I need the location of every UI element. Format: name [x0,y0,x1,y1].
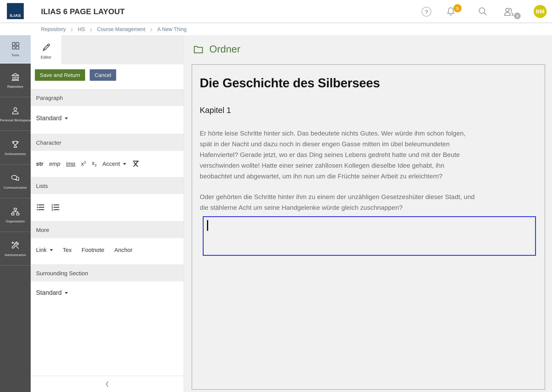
org-chart-icon [10,207,20,217]
breadcrumb-item-course-management[interactable]: Course Management [97,26,145,32]
link-label: Link [36,246,47,253]
tools-grid-icon [11,41,20,50]
chevron-down-icon [65,118,68,119]
body-columns: Tools Repository Personal Workspace [0,35,552,392]
sidebar-item-tools[interactable]: Tools [0,35,31,63]
breadcrumb-separator: › [150,25,152,33]
section-title-lists: Lists [31,177,184,194]
numbered-list-icon: 1 2 3 [51,203,60,212]
users-icon [502,5,515,18]
accent-dropdown[interactable]: Accent [102,160,126,167]
lists-toolbar: 1 2 3 [31,194,184,221]
save-and-return-button[interactable]: Save and Return [35,69,85,81]
main-sidebar: Tools Repository Personal Workspace [0,35,31,392]
breadcrumb-item-hs[interactable]: HS [78,26,85,32]
collapse-panel-button[interactable] [31,376,184,392]
important-button[interactable]: imp [66,160,75,167]
search-button[interactable] [477,6,488,17]
repository-icon [10,72,20,82]
svg-text:3: 3 [51,208,53,211]
link-dropdown[interactable]: Link [36,246,53,253]
breadcrumb: Repository › HS › Course Management › A … [0,23,552,35]
section-title-paragraph: Paragraph [31,89,184,106]
subscript-button[interactable]: x2 [92,160,97,167]
clear-format-icon [132,160,140,168]
strong-button[interactable]: str [36,160,43,167]
speech-bubbles-icon [10,173,20,183]
sidebar-item-achievements[interactable]: Achievements [0,131,31,165]
sidebar-item-label: Repository [7,84,23,88]
ilias-logo-text: ILIAS [10,13,21,18]
surrounding-style-dropdown[interactable]: Standard [36,289,68,296]
members-button[interactable]: 3 [502,5,515,18]
tab-editor-label: Editor [41,55,51,59]
ilias-logo[interactable]: ILIAS [7,3,24,19]
folder-icon [193,44,203,54]
breadcrumb-item-a-new-thing[interactable]: A New Thing [157,26,187,32]
tab-editor[interactable]: Editor [31,35,61,64]
ilias-app: ILIAS ILIAS 6 PAGE LAYOUT ? 5 [0,0,552,392]
avatar[interactable]: BM [534,5,547,18]
document-chapter-heading[interactable]: Kapitel 1 [200,105,537,115]
main-content: Ordner Die Geschichte des Silbersees Kap… [184,35,552,392]
sidebar-item-communication[interactable]: Communication [0,165,31,198]
active-paragraph-input[interactable] [203,216,536,256]
superscript-button[interactable]: x2 [81,160,86,167]
sidebar-item-repository[interactable]: Repository [0,63,31,97]
section-title-surrounding-section: Surrounding Section [31,265,184,281]
notification-badge: 5 [453,4,462,12]
surrounding-style-value: Standard [36,289,62,296]
editor-panel: Editor Save and Return Cancel Paragraph … [31,35,184,392]
sidebar-item-label: Tools [11,53,19,57]
app-title: ILIAS 6 PAGE LAYOUT [41,0,125,23]
chevron-down-icon [50,249,53,251]
help-button[interactable]: ? [422,7,431,16]
clear-formatting-button[interactable] [132,160,140,168]
footnote-button[interactable]: Footnote [82,246,104,253]
panel-tabstrip: Editor [31,35,184,64]
breadcrumb-item-repository[interactable]: Repository [41,26,66,32]
chevron-down-icon [65,292,68,294]
crossed-tools-icon [10,240,20,250]
sidebar-item-label: Administration [5,253,26,257]
sidebar-item-label: Achievements [5,152,26,156]
section-title-character: Character [31,134,184,151]
question-mark-icon: ? [425,9,428,15]
chevron-left-icon [103,379,111,389]
document-paragraph[interactable]: Er hörte leise Schritte hinter sich. Das… [200,128,537,182]
sidebar-item-organisation[interactable]: Organisation [0,198,31,232]
section-title-more: More [31,221,184,238]
more-toolbar: Link Tex Footnote Anchor [31,238,184,265]
paragraph-style-value: Standard [36,114,62,122]
chevron-down-icon [123,163,126,165]
anchor-button[interactable]: Anchor [114,246,132,253]
numbered-list-button[interactable]: 1 2 3 [51,203,60,212]
editor-actions: Save and Return Cancel [31,64,184,89]
sidebar-item-label: Organisation [6,219,25,223]
top-header: ILIAS ILIAS 6 PAGE LAYOUT ? 5 [0,0,552,23]
sidebar-item-label: Personal Workspace [0,118,31,122]
surrounding-style-block: Standard [31,281,184,376]
accent-label: Accent [102,160,120,167]
page-editor-canvas[interactable]: Die Geschichte des Silbersees Kapitel 1 … [192,64,545,390]
breadcrumb-separator: › [71,25,73,33]
sidebar-item-administration[interactable]: Administration [0,232,31,266]
object-title: Ordner [209,43,240,55]
text-cursor [207,220,208,231]
sidebar-item-label: Communication [4,186,27,189]
sidebar-filler [0,266,31,392]
bullet-list-icon [36,203,45,212]
paragraph-style-block: Standard [31,106,184,134]
document-title[interactable]: Die Geschichte des Silbersees [200,75,537,91]
trophy-icon [10,139,20,149]
person-icon [10,106,20,116]
notifications-button[interactable]: 5 [445,6,457,18]
search-icon [477,6,488,17]
bullet-list-button[interactable] [36,203,45,212]
document-paragraph[interactable]: Oder gehörten die Schritte hinter ihm zu… [200,192,537,213]
paragraph-style-dropdown[interactable]: Standard [36,114,68,122]
tex-button[interactable]: Tex [63,246,72,253]
cancel-button[interactable]: Cancel [89,69,116,81]
emphasis-button[interactable]: emp [49,160,60,167]
sidebar-item-personal-workspace[interactable]: Personal Workspace [0,97,31,131]
